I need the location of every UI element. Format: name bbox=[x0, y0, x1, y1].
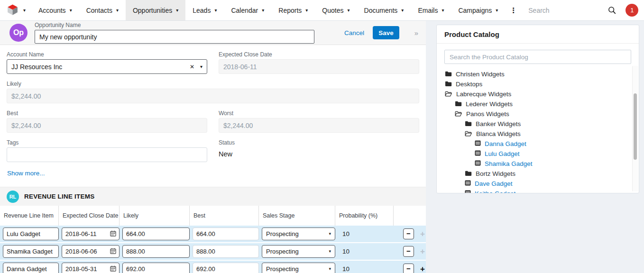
tags-input[interactable] bbox=[7, 147, 207, 162]
rli-remove-button[interactable]: − bbox=[403, 246, 414, 257]
table-row: Prospecting▾10−+ bbox=[0, 261, 426, 273]
collapse-panel-icon[interactable]: » bbox=[414, 29, 418, 37]
global-search[interactable] bbox=[528, 7, 594, 14]
catalog-scrollbar-thumb[interactable] bbox=[634, 93, 637, 160]
chevron-down-icon: ▾ bbox=[305, 8, 308, 13]
expected-close-date-label: Expected Close Date bbox=[219, 51, 419, 58]
clear-account-icon[interactable]: ✕ bbox=[190, 64, 194, 70]
chevron-down-icon: ▾ bbox=[116, 8, 119, 13]
folder-closed-icon bbox=[445, 81, 452, 88]
notification-badge[interactable]: 1 bbox=[626, 4, 638, 17]
tree-node-keitha-gadget[interactable]: Keitha Gadget bbox=[445, 189, 639, 193]
rli-cell bbox=[120, 261, 190, 273]
nav-item-quotes[interactable]: Quotes▾ bbox=[315, 0, 357, 20]
nav-item-emails[interactable]: Emails▾ bbox=[411, 0, 451, 20]
nav-item-label: Emails bbox=[418, 7, 438, 14]
rli-likely-input[interactable] bbox=[122, 228, 190, 240]
rli-cell: 10 bbox=[335, 261, 394, 273]
save-button[interactable]: Save bbox=[373, 26, 399, 39]
tree-node-banker-widgets[interactable]: Banker Widgets bbox=[445, 119, 639, 129]
likely-field: Likely $2,244.00 bbox=[7, 81, 419, 103]
status-field: Status New bbox=[219, 139, 419, 162]
chevron-down-icon: ▾ bbox=[329, 232, 331, 236]
rli-best-input[interactable] bbox=[193, 245, 259, 258]
rli-table-body: Prospecting▾10−+Prospecting▾10−+Prospect… bbox=[0, 226, 426, 273]
tree-node-label: Dave Gadget bbox=[475, 180, 513, 187]
tree-node-dave-gadget[interactable]: Dave Gadget bbox=[445, 179, 639, 189]
tree-node-label: Panos Widgets bbox=[466, 110, 509, 118]
nav-item-opportunities[interactable]: Opportunities▾ bbox=[126, 0, 185, 20]
tree-node-blanca-widgets[interactable]: Blanca Widgets bbox=[445, 129, 639, 139]
tree-node-labrecque-widgets[interactable]: Labrecque Widgets bbox=[445, 89, 639, 99]
revenue-line-items-table: Revenue Line ItemExpected Close DateLike… bbox=[0, 206, 426, 273]
tree-node-shamika-gadget[interactable]: Shamika Gadget bbox=[445, 159, 639, 169]
nav-item-label: Accounts bbox=[38, 7, 66, 14]
opportunity-form: Account Name JJ Resources Inc ✕ ▾ Expect… bbox=[0, 45, 426, 177]
chevron-down-icon: ▾ bbox=[401, 8, 404, 13]
tree-node-label: Bortz Widgets bbox=[476, 170, 515, 177]
rli-panel-title: REVENUE LINE ITEMS bbox=[24, 193, 94, 200]
rli-cell bbox=[190, 243, 259, 260]
account-name-input[interactable]: JJ Resources Inc ✕ ▾ bbox=[7, 59, 207, 74]
rli-best-input[interactable] bbox=[193, 228, 259, 240]
tree-node-danna-gadget[interactable]: Danna Gadget bbox=[445, 139, 639, 149]
likely-label: Likely bbox=[7, 81, 419, 87]
rli-remove-button[interactable]: − bbox=[403, 228, 414, 239]
rli-remove-button[interactable]: − bbox=[403, 264, 414, 273]
nav-item-accounts[interactable]: Accounts▾ bbox=[31, 0, 79, 20]
nav-item-contacts[interactable]: Contacts▾ bbox=[79, 0, 126, 20]
calendar-icon[interactable] bbox=[110, 248, 116, 255]
worst-value: $2,244.00 bbox=[219, 118, 419, 133]
tree-node-lederer-widgets[interactable]: Lederer Widgets bbox=[445, 99, 639, 109]
product-catalog-search-input[interactable] bbox=[444, 50, 631, 64]
rli-add-button[interactable]: + bbox=[418, 264, 427, 273]
likely-value: $2,244.00 bbox=[7, 89, 419, 103]
nav-item-documents[interactable]: Documents▾ bbox=[357, 0, 411, 20]
rli-cell: 10 bbox=[335, 226, 394, 242]
rli-name-input[interactable] bbox=[3, 245, 59, 258]
calendar-icon[interactable] bbox=[110, 265, 116, 273]
rli-name-input[interactable] bbox=[3, 263, 59, 273]
app-logo-menu[interactable]: ▾ bbox=[0, 0, 31, 20]
rli-sales-stage-select[interactable]: Prospecting▾ bbox=[262, 228, 335, 240]
chevron-down-icon: ▾ bbox=[348, 8, 350, 13]
table-row: Prospecting▾10−+ bbox=[0, 226, 426, 243]
rli-likely-input[interactable] bbox=[122, 245, 190, 258]
opportunity-module-badge: Op bbox=[9, 24, 28, 42]
cancel-button[interactable]: Cancel bbox=[344, 29, 364, 36]
search-icon[interactable] bbox=[594, 6, 623, 14]
opportunity-name-input[interactable] bbox=[35, 30, 314, 44]
show-more-link[interactable]: Show more... bbox=[7, 170, 45, 177]
nav-item-calendar[interactable]: Calendar▾ bbox=[224, 0, 271, 20]
tree-node-christen-widgets[interactable]: Christen Widgets bbox=[445, 69, 639, 79]
rli-name-input[interactable] bbox=[3, 228, 59, 240]
tree-node-label: Keitha Gadget bbox=[475, 190, 515, 193]
nav-item-reports[interactable]: Reports▾ bbox=[271, 0, 315, 20]
rli-sales-stage-select[interactable]: Prospecting▾ bbox=[262, 263, 335, 273]
tree-node-lulu-gadget[interactable]: Lulu Gadget bbox=[445, 149, 639, 159]
tree-node-bortz-widgets[interactable]: Bortz Widgets bbox=[445, 169, 639, 179]
account-name-field: Account Name JJ Resources Inc ✕ ▾ bbox=[7, 51, 207, 74]
chevron-down-icon: ▾ bbox=[329, 249, 331, 254]
rli-sales-stage-select[interactable]: Prospecting▾ bbox=[262, 245, 335, 258]
chevron-down-icon[interactable]: ▾ bbox=[200, 64, 202, 69]
calendar-icon[interactable] bbox=[110, 230, 116, 238]
chevron-down-icon: ▾ bbox=[329, 267, 331, 271]
rli-cell bbox=[0, 226, 59, 242]
rli-cell: 10 bbox=[335, 243, 394, 260]
rli-row-buttons: −+ bbox=[396, 246, 427, 257]
tree-node-panos-widgets[interactable]: Panos Widgets bbox=[445, 109, 639, 119]
more-modules-kebab-icon[interactable]: ⋮ bbox=[505, 0, 522, 20]
rli-sales-stage-value: Prospecting bbox=[266, 265, 329, 273]
tree-node-label: Banker Widgets bbox=[476, 120, 521, 127]
table-row: Prospecting▾10−+ bbox=[0, 243, 426, 261]
tree-node-desktops[interactable]: Desktops bbox=[445, 79, 639, 89]
rli-column-header-sales-stage: Sales Stage bbox=[259, 206, 335, 226]
rli-likely-input[interactable] bbox=[122, 263, 190, 273]
nav-item-leads[interactable]: Leads▾ bbox=[185, 0, 224, 20]
rli-table-header: Revenue Line ItemExpected Close DateLike… bbox=[0, 206, 426, 226]
nav-item-campaigns[interactable]: Campaigns▾ bbox=[451, 0, 505, 20]
rli-best-input[interactable] bbox=[193, 263, 259, 273]
worst-label: Worst bbox=[219, 110, 419, 117]
global-search-input[interactable] bbox=[528, 7, 594, 14]
